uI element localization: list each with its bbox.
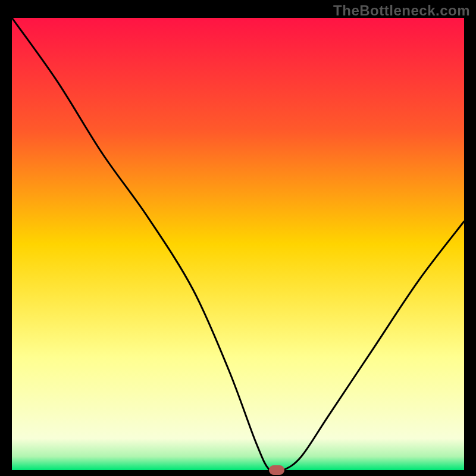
plot-svg [12, 18, 464, 470]
gradient-bg [12, 18, 464, 470]
watermark-text: TheBottleneck.com [333, 2, 470, 19]
optimal-marker [269, 465, 284, 475]
chart-frame: TheBottleneck.com [0, 0, 476, 476]
plot-area [12, 18, 464, 470]
